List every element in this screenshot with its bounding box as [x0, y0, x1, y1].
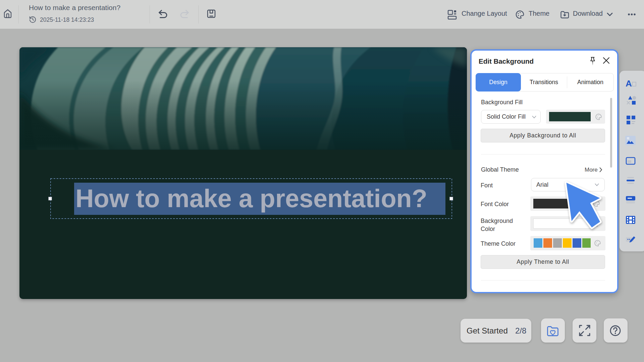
svg-text:A: A	[626, 78, 632, 88]
